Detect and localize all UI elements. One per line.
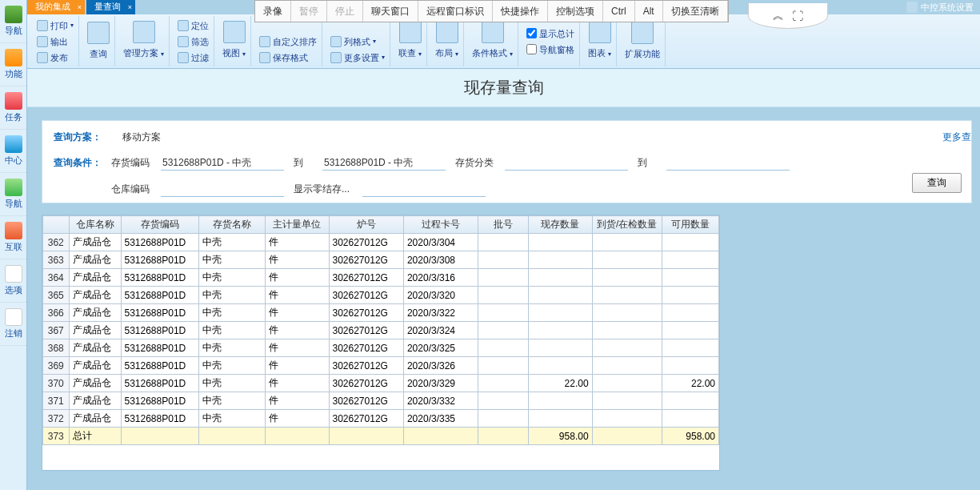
custom-sort-button[interactable]: 自定义排序 bbox=[259, 34, 317, 49]
search-button[interactable]: 查询 bbox=[912, 173, 962, 193]
zero-stock-input[interactable] bbox=[362, 182, 486, 197]
remote-btn-6[interactable]: 控制选项 bbox=[548, 1, 603, 22]
sidebar-icon bbox=[5, 49, 22, 66]
query-cond-label: 查询条件： bbox=[54, 156, 102, 170]
publish-button[interactable]: 发布 bbox=[37, 50, 74, 65]
left-sidebar: 导航功能任务中心导航互联选项注销 bbox=[0, 0, 27, 490]
sidebar-item-7[interactable]: 注销 bbox=[0, 303, 27, 346]
table-row[interactable]: 368产成品仓5312688P01D中壳件302627012G2020/3/32… bbox=[43, 339, 719, 357]
sidebar-icon bbox=[5, 222, 22, 239]
sidebar-item-1[interactable]: 功能 bbox=[0, 43, 27, 86]
inv-code-to-input[interactable] bbox=[322, 155, 446, 171]
remote-btn-5[interactable]: 快捷操作 bbox=[493, 1, 548, 22]
layout-icon bbox=[436, 21, 458, 43]
search-icon bbox=[87, 22, 110, 44]
col-header-9[interactable]: 到货/在检数量 bbox=[592, 216, 662, 234]
layout-button[interactable]: 布局 ▾ bbox=[435, 21, 458, 62]
table-row[interactable]: 365产成品仓5312688P01D中壳件302627012G2020/3/32… bbox=[43, 287, 719, 304]
nav-pane-check[interactable]: 导航窗格 bbox=[526, 42, 574, 57]
remote-btn-9[interactable]: 切换至清晰 bbox=[663, 1, 728, 22]
inv-cat-from-input[interactable] bbox=[505, 155, 628, 171]
col-header-10[interactable]: 可用数量 bbox=[662, 216, 718, 234]
table-row[interactable]: 367产成品仓5312688P01D中壳件302627012G2020/3/32… bbox=[43, 322, 719, 339]
table-row[interactable]: 369产成品仓5312688P01D中壳件302627012G2020/3/32… bbox=[43, 357, 719, 375]
table-row[interactable]: 362产成品仓5312688P01D中壳件302627012G2020/3/30… bbox=[43, 234, 719, 251]
col-header-6[interactable]: 过程卡号 bbox=[403, 216, 478, 234]
print-button[interactable]: 打印▾ bbox=[37, 18, 74, 33]
table-row[interactable]: 366产成品仓5312688P01D中壳件302627012G2020/3/32… bbox=[43, 304, 719, 322]
ribbon: 打印▾ 输出 发布 查询 管理方案 ▾ 定位 筛选 过滤 视图 ▾ - 自定义排… bbox=[27, 14, 980, 69]
table-row[interactable]: 370产成品仓5312688P01D中壳件302627012G2020/3/32… bbox=[43, 375, 719, 392]
show-total-check[interactable]: 显示总计 bbox=[526, 26, 574, 41]
query-plan-name[interactable]: 移动方案 bbox=[122, 131, 161, 144]
table-row[interactable]: 364产成品仓5312688P01D中壳件302627012G2020/3/31… bbox=[43, 269, 719, 287]
table-row[interactable]: 363产成品仓5312688P01D中壳件302627012G2020/3/30… bbox=[43, 251, 719, 269]
remote-btn-7[interactable]: Ctrl bbox=[603, 1, 635, 22]
close-icon[interactable]: × bbox=[78, 1, 82, 14]
extend-button[interactable]: 扩展功能 bbox=[625, 22, 660, 61]
col-header-0[interactable] bbox=[43, 216, 70, 234]
inv-cat-label: 存货分类 bbox=[455, 156, 500, 170]
locate-icon bbox=[178, 20, 189, 31]
sidebar-item-5[interactable]: 互联 bbox=[0, 216, 27, 259]
plus-icon bbox=[631, 22, 654, 44]
col-header-1[interactable]: 仓库名称 bbox=[69, 216, 121, 234]
inv-cat-to-input[interactable] bbox=[666, 155, 790, 171]
col-header-8[interactable]: 现存数量 bbox=[529, 216, 592, 234]
funnel-icon bbox=[178, 52, 189, 63]
to-label-1: 到 bbox=[294, 156, 318, 170]
remote-btn-0[interactable]: 录像 bbox=[255, 1, 291, 22]
more-query-link[interactable]: 更多查 bbox=[942, 131, 971, 144]
tab-stock-query[interactable]: 量查询× bbox=[86, 0, 135, 14]
sidebar-item-3[interactable]: 中心 bbox=[0, 130, 27, 173]
link-icon bbox=[399, 21, 422, 43]
more-settings-button[interactable]: 更多设置▾ bbox=[330, 50, 385, 65]
view-button[interactable]: 视图 ▾ bbox=[222, 21, 246, 62]
col-format-button[interactable]: 列格式▾ bbox=[330, 34, 385, 49]
remote-btn-1: 暂停 bbox=[291, 1, 327, 22]
to-label-2: 到 bbox=[638, 156, 662, 170]
chevrons-up-icon[interactable]: ︽ bbox=[773, 9, 784, 23]
col-header-7[interactable]: 批号 bbox=[478, 216, 529, 234]
show-total-checkbox[interactable] bbox=[526, 28, 537, 38]
remote-btn-8[interactable]: Alt bbox=[635, 1, 663, 22]
remote-btn-2: 停止 bbox=[327, 1, 363, 22]
sidebar-item-4[interactable]: 导航 bbox=[0, 173, 27, 216]
publish-icon bbox=[37, 52, 48, 63]
wh-code-input[interactable] bbox=[161, 182, 284, 197]
chart-button[interactable]: 图表 ▾ bbox=[588, 21, 611, 62]
link-query-button[interactable]: 联查 ▾ bbox=[398, 21, 422, 62]
expand-icon[interactable]: ⛶ bbox=[792, 10, 803, 22]
remote-btn-3[interactable]: 聊天窗口 bbox=[363, 1, 418, 22]
filter-action-button[interactable]: 过滤 bbox=[178, 50, 209, 65]
col-header-5[interactable]: 炉号 bbox=[329, 216, 403, 234]
manage-plan-button[interactable]: 管理方案 ▾ bbox=[123, 21, 164, 62]
cond-format-button[interactable]: 条件格式 ▾ bbox=[472, 21, 513, 62]
view-icon bbox=[223, 21, 246, 43]
plan-icon bbox=[133, 21, 155, 43]
query-panel: 查询方案： 移动方案 查询条件： 存货编码 到 存货分类 到 仓库编码 显示零结… bbox=[42, 120, 972, 203]
sidebar-item-0[interactable]: 导航 bbox=[0, 0, 27, 43]
query-button[interactable]: 查询 bbox=[87, 22, 110, 61]
table-row[interactable]: 371产成品仓5312688P01D中壳件302627012G2020/3/33… bbox=[43, 392, 719, 410]
top-right-area: 中控系统设置 bbox=[900, 0, 980, 14]
filter-button[interactable]: 筛选 bbox=[178, 34, 209, 49]
sidebar-item-2[interactable]: 任务 bbox=[0, 86, 27, 130]
gear-icon bbox=[330, 52, 342, 63]
printer-icon bbox=[37, 20, 48, 31]
col-header-4[interactable]: 主计量单位 bbox=[266, 216, 329, 234]
sidebar-item-6[interactable]: 选项 bbox=[0, 259, 27, 303]
sort-icon bbox=[259, 36, 270, 47]
close-icon[interactable]: × bbox=[128, 1, 132, 14]
col-header-2[interactable]: 存货编码 bbox=[121, 216, 199, 234]
save-format-button[interactable]: 保存格式 bbox=[259, 50, 317, 65]
locate-button[interactable]: 定位 bbox=[178, 18, 209, 33]
tab-my-desktop[interactable]: 我的集成× bbox=[27, 0, 85, 14]
nav-pane-checkbox[interactable] bbox=[526, 44, 537, 54]
inv-code-from-input[interactable] bbox=[161, 155, 284, 171]
output-button[interactable]: 输出 bbox=[37, 34, 74, 49]
col-header-3[interactable]: 存货名称 bbox=[199, 216, 266, 234]
table-row[interactable]: 372产成品仓5312688P01D中壳件302627012G2020/3/33… bbox=[43, 410, 719, 428]
remote-btn-4[interactable]: 远程窗口标识 bbox=[418, 1, 493, 22]
filter-icon bbox=[178, 36, 189, 47]
